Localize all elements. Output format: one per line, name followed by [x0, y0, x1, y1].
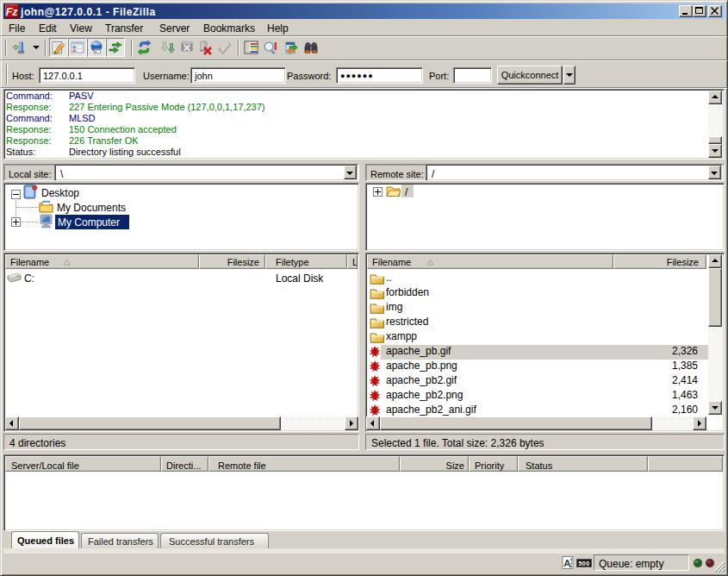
svg-text:Fz: Fz: [6, 6, 19, 18]
